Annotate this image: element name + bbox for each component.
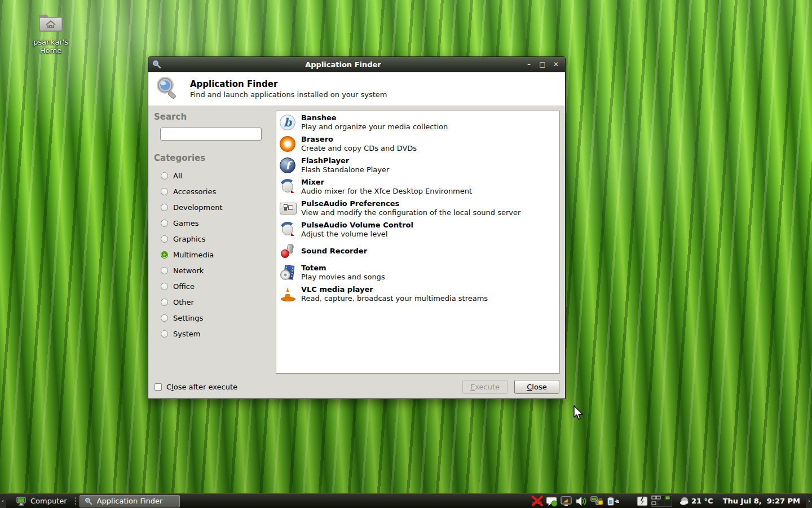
close-after-execute-checkbox[interactable]: [155, 383, 162, 391]
radio-other[interactable]: [161, 299, 168, 306]
radio-settings[interactable]: [161, 314, 168, 322]
radio-all[interactable]: [161, 172, 168, 179]
app-title: PulseAudio Preferences: [301, 199, 520, 208]
close-button[interactable]: Close: [514, 380, 559, 394]
app-row-pulseaudio-preferences[interactable]: PulseAudio PreferencesView and modify th…: [276, 198, 559, 219]
app-description: Read, capture, broadcast your multimedia…: [301, 294, 488, 303]
radio-system[interactable]: [161, 330, 168, 338]
app-title: FlashPlayer: [301, 156, 389, 165]
network-tray-icon[interactable]: [590, 496, 604, 507]
screensaver-tray-icon[interactable]: [637, 496, 648, 507]
category-network[interactable]: Network: [161, 262, 276, 278]
category-system[interactable]: System: [161, 326, 276, 341]
power-manager-tray-icon[interactable]: [607, 496, 619, 507]
left-panel: Search Categories AllAccessoriesDevelopm…: [148, 106, 276, 377]
execute-button[interactable]: Execute: [462, 380, 508, 394]
app-description: Audio mixer for the Xfce Desktop Environ…: [301, 187, 472, 196]
app-description: Play movies and songs: [301, 273, 385, 282]
weather-temperature: 21 °C: [691, 497, 713, 505]
home-folder-icon: [37, 10, 65, 34]
taskbar-application-finder-button[interactable]: Application Finder: [80, 495, 180, 507]
panel-scroll-left-button[interactable]: ‹: [0, 494, 6, 508]
radio-graphics[interactable]: [161, 235, 168, 243]
app-text: BansheePlay and organize your media coll…: [301, 113, 448, 132]
header-subtitle: Find and launch applications installed o…: [190, 90, 387, 99]
close-after-execute-label: Close after execute: [166, 383, 237, 391]
radio-office[interactable]: [161, 283, 168, 290]
window-header: Application Finder Find and launch appli…: [148, 72, 565, 106]
workspace-pager[interactable]: [651, 495, 672, 507]
category-development[interactable]: Development: [161, 199, 276, 215]
computer-label: Computer: [30, 497, 67, 505]
app-title: Mixer: [301, 178, 472, 187]
chat-tray-icon[interactable]: chat: [531, 496, 544, 507]
app-text: FlashPlayerFlash Standalone Player: [301, 156, 389, 174]
panel-separator-handle[interactable]: [74, 497, 77, 506]
maximize-icon[interactable]: □: [539, 60, 546, 68]
app-text: VLC media playerRead, capture, broadcast…: [301, 285, 488, 303]
minimize-icon[interactable]: –: [525, 60, 533, 68]
app-row-mixer[interactable]: MixerAudio mixer for the Xfce Desktop En…: [276, 176, 559, 198]
messenger-tray-icon[interactable]: [546, 496, 558, 507]
category-graphics[interactable]: Graphics: [161, 231, 276, 247]
home-folder-desktop-icon[interactable]: psankar's Home: [23, 10, 79, 55]
header-title: Application Finder: [190, 79, 387, 89]
home-folder-label: psankar's Home: [23, 38, 79, 55]
app-row-brasero[interactable]: BraseroCreate and copy CDs and DVDs: [276, 133, 559, 155]
panel-scroll-right-button[interactable]: ›: [806, 494, 812, 508]
taskbar: ‹ Computer Application Finder chat: [0, 493, 812, 508]
search-label: Search: [154, 112, 276, 122]
category-label: System: [173, 330, 200, 338]
app-title: Sound Recorder: [301, 247, 367, 256]
category-label: Office: [173, 282, 195, 291]
taskbar-clock[interactable]: Thu Jul 8, 9:27 PM: [723, 497, 800, 505]
pa-volume-icon: [280, 222, 295, 238]
category-office[interactable]: Office: [161, 278, 276, 294]
close-after-execute-option[interactable]: Close after execute: [155, 383, 237, 391]
category-label: Games: [173, 219, 198, 227]
window-footer: Close after execute Execute Close: [148, 377, 565, 398]
totem-icon: [280, 265, 295, 281]
radio-development[interactable]: [161, 204, 168, 211]
radio-network[interactable]: [161, 267, 168, 274]
computer-launcher[interactable]: Computer: [12, 495, 72, 507]
app-row-flashplayer[interactable]: FlashPlayerFlash Standalone Player: [276, 155, 559, 176]
app-text: PulseAudio Volume ControlAdjust the volu…: [301, 221, 413, 239]
category-label: Network: [173, 266, 204, 275]
app-row-pulseaudio-volume-control[interactable]: PulseAudio Volume ControlAdjust the volu…: [276, 219, 559, 240]
app-row-banshee[interactable]: BansheePlay and organize your media coll…: [276, 112, 559, 133]
weather-moon-cloud-icon: [679, 497, 690, 506]
app-row-totem[interactable]: TotemPlay movies and songs: [276, 262, 559, 283]
radio-selected-multimedia[interactable]: [161, 251, 168, 259]
window-titlebar[interactable]: Application Finder – □ ✕: [148, 57, 565, 72]
close-icon[interactable]: ✕: [552, 60, 560, 68]
category-multimedia[interactable]: Multimedia: [161, 247, 276, 262]
category-label: Graphics: [173, 235, 205, 243]
search-text-field[interactable]: [165, 130, 261, 138]
window-titlebar-magnifier-icon: [152, 60, 161, 69]
volume-tray-icon[interactable]: [575, 496, 588, 507]
banshee-icon: [280, 115, 295, 130]
computer-icon: [16, 497, 27, 506]
radio-accessories[interactable]: [161, 188, 168, 195]
app-row-vlc-media-player[interactable]: VLC media playerRead, capture, broadcast…: [276, 283, 559, 305]
pa-prefs-icon: [280, 200, 295, 216]
category-accessories[interactable]: Accessories: [161, 183, 276, 199]
weather-applet[interactable]: 21 °C: [679, 497, 713, 506]
app-text: TotemPlay movies and songs: [301, 264, 385, 282]
category-all[interactable]: All: [161, 168, 276, 183]
category-label: Settings: [173, 314, 203, 322]
flash-icon: [280, 157, 295, 173]
category-label: Development: [173, 203, 223, 212]
radio-games[interactable]: [161, 220, 168, 227]
app-row-sound-recorder[interactable]: Sound Recorder: [276, 240, 559, 262]
display-settings-tray-icon[interactable]: [561, 496, 572, 507]
app-title: Banshee: [301, 113, 448, 122]
window-title: Application Finder: [165, 60, 522, 69]
category-games[interactable]: Games: [161, 215, 276, 231]
category-other[interactable]: Other: [161, 294, 276, 310]
category-settings[interactable]: Settings: [161, 310, 276, 326]
app-description: Adjust the volume level: [301, 230, 413, 239]
search-input[interactable]: [160, 128, 262, 141]
category-label: Accessories: [173, 187, 216, 196]
